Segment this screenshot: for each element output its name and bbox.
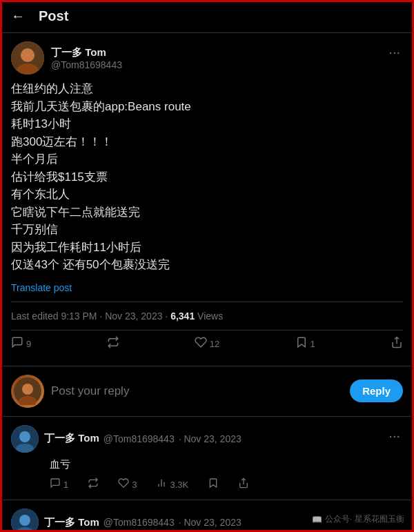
watermark-icon: 📖 [312, 515, 322, 524]
comment-count: 9 [26, 339, 31, 349]
comment-author-handle: @Tom81698443 [103, 433, 175, 444]
comment-reply-count: 1 [63, 480, 68, 490]
comment-reply-action[interactable]: 1 [50, 477, 68, 491]
post-action-bar: 9 12 [11, 330, 403, 357]
header: ← Post [0, 0, 414, 33]
like-action[interactable]: 12 [195, 336, 219, 352]
main-post: 丁一多 Tom @Tom81698443 ··· 住纽约的人注意 我前几天送包裹… [0, 33, 414, 366]
post-author-avatar[interactable] [11, 41, 44, 75]
comment-icon [11, 336, 23, 352]
comment-views-icon [156, 477, 167, 491]
repost-icon [107, 336, 119, 352]
post-meta: Last edited 9:13 PM · Nov 23, 2023 · 6,3… [11, 302, 403, 322]
comment-author-info: 丁一多 Tom @Tom81698443 · Nov 23, 2023 [44, 516, 241, 529]
share-icon [391, 336, 403, 352]
post-content: 住纽约的人注意 我前几天送包裹的app:Beans route 耗时13小时 跑… [11, 80, 403, 274]
comment-header: 丁一多 Tom @Tom81698443 · Nov 23, 2023 ··· [11, 425, 403, 453]
post-more-button[interactable]: ··· [386, 41, 403, 63]
comment-author-name: 丁一多 Tom [44, 432, 99, 445]
comment-author-name: 丁一多 Tom [44, 516, 99, 529]
reply-button[interactable]: Reply [350, 380, 403, 402]
comment-repost-icon [88, 477, 99, 491]
comment-date: · Nov 23, 2023 [179, 517, 241, 528]
post-views-count: 6,341 [170, 311, 195, 322]
repost-action[interactable] [107, 336, 119, 352]
comment-share-icon [238, 477, 249, 491]
like-count: 12 [210, 339, 219, 349]
bookmark-action[interactable]: 1 [295, 336, 315, 352]
comment-views-action[interactable]: 3.3K [156, 477, 188, 491]
post-author-info: 丁一多 Tom @Tom81698443 [51, 46, 122, 70]
comment-like-count: 3 [132, 480, 137, 490]
svg-point-15 [19, 515, 30, 526]
comment-share-action[interactable] [238, 477, 249, 491]
like-icon [195, 336, 207, 352]
translate-link[interactable]: Translate post [11, 282, 403, 293]
svg-point-5 [22, 384, 33, 395]
post-author-handle: @Tom81698443 [51, 59, 122, 70]
post-header: 丁一多 Tom @Tom81698443 ··· [11, 41, 403, 75]
post-views-label: Views [195, 311, 223, 322]
comment-content: 血亏 [50, 457, 403, 473]
comment-reply-icon [50, 477, 61, 491]
svg-point-1 [21, 48, 34, 62]
comment-repost-action[interactable] [88, 477, 99, 491]
comment-more-button[interactable]: ··· [386, 425, 403, 446]
comment-author-row: 丁一多 Tom @Tom81698443 · Nov 23, 2023 [11, 425, 241, 453]
comment-author-info: 丁一多 Tom @Tom81698443 · Nov 23, 2023 [44, 432, 241, 445]
comment-bookmark-icon [208, 477, 219, 491]
watermark-text: 公众号· 星系花囿玉衡 [325, 513, 404, 525]
share-action[interactable] [391, 336, 403, 352]
comment-author-handle: @Tom81698443 [103, 517, 175, 528]
comment-like-action[interactable]: 3 [118, 477, 137, 491]
reply-input-field[interactable] [51, 384, 343, 398]
comment-action[interactable]: 9 [11, 336, 31, 352]
comment-avatar[interactable] [11, 425, 39, 453]
comment-author-row: 丁一多 Tom @Tom81698443 · Nov 23, 2023 [11, 509, 241, 532]
post-edit-time: Last edited 9:13 PM · Nov 23, 2023 · [11, 311, 170, 322]
reply-input-area: Reply [0, 366, 414, 417]
post-author-name: 丁一多 Tom [51, 46, 122, 59]
bookmark-icon [295, 336, 308, 352]
comment-date: · Nov 23, 2023 [179, 433, 241, 444]
comment-views-count: 3.3K [170, 480, 188, 490]
page-title: Post [39, 8, 68, 24]
post-author-row: 丁一多 Tom @Tom81698443 [11, 41, 122, 75]
reply-input-avatar [11, 375, 44, 408]
comment-like-icon [118, 477, 129, 491]
svg-point-8 [19, 431, 30, 442]
comment-bookmark-action[interactable] [208, 477, 219, 491]
watermark: 📖 公众号· 星系花囿玉衡 [308, 512, 408, 526]
bookmark-count: 1 [310, 339, 315, 349]
comment-actions: 1 3 [50, 477, 403, 491]
comment-item: 丁一多 Tom @Tom81698443 · Nov 23, 2023 ··· … [0, 417, 414, 501]
back-button[interactable]: ← [11, 8, 25, 24]
comment-avatar[interactable] [11, 509, 39, 532]
